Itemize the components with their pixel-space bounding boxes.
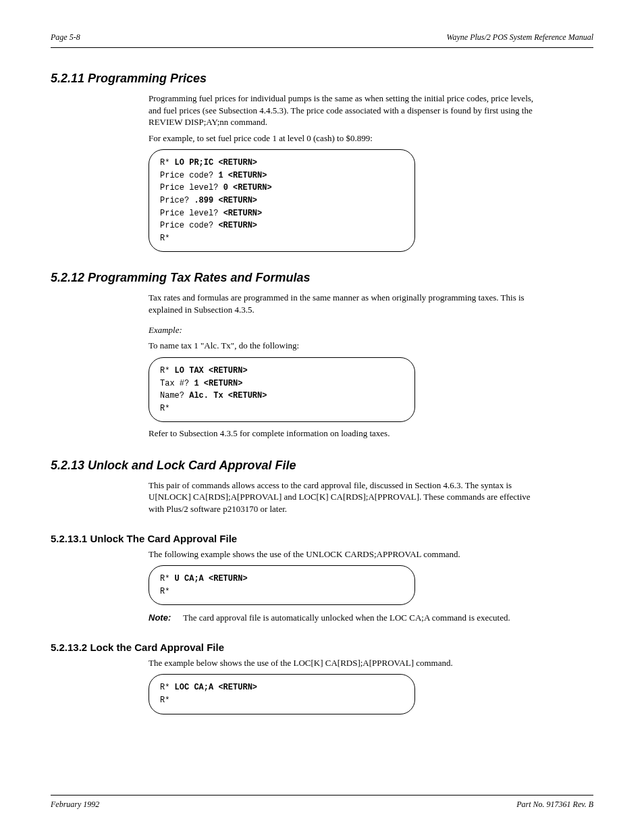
- term-input: 1 <RETURN>: [218, 171, 267, 180]
- section3-para1: This pair of commands allows access to t…: [149, 479, 547, 515]
- term-line: Tax #?: [160, 379, 194, 388]
- term-input: U CA;A <RETURN>: [175, 574, 248, 583]
- term-line: R*: [160, 404, 169, 413]
- sub1-para: The following example shows the use of t…: [149, 548, 547, 561]
- section2-para1: Tax rates and formulas are programmed in…: [149, 292, 547, 315]
- section1-para1: Programming fuel prices for individual p…: [149, 93, 547, 128]
- term-input: .899 <RETURN>: [194, 196, 257, 205]
- term-input: 1 <RETURN>: [194, 379, 242, 388]
- term-input: <RETURN>: [223, 209, 263, 218]
- footer-date: February 1992: [51, 800, 99, 810]
- note-text: The card approval file is automatically …: [183, 612, 510, 624]
- header-page-number: Page 5-8: [51, 32, 80, 43]
- subsection-heading-lock: 5.2.13.2 Lock the Card Approval File: [51, 642, 593, 653]
- note-label: Note:: [149, 612, 171, 624]
- term-line: R*: [160, 158, 175, 167]
- section-heading-cards: 5.2.13 Unlock and Lock Card Approval Fil…: [51, 459, 593, 473]
- header-rule: [51, 47, 593, 48]
- sub2-para: The example below shows the use of the L…: [149, 657, 547, 669]
- section1-para2: For example, to set fuel price code 1 at…: [149, 132, 547, 145]
- footer-rule: [51, 795, 593, 796]
- term-line: Name?: [160, 391, 189, 400]
- term-line: Price?: [160, 196, 194, 205]
- terminal-block-lock: R* LOC CA;A <RETURN> R*: [149, 674, 415, 714]
- term-input: <RETURN>: [218, 221, 257, 230]
- header-manual-title: Wayne Plus/2 POS System Reference Manual: [447, 32, 593, 43]
- term-line: Price code?: [160, 221, 218, 230]
- term-input: LO PR;IC <RETURN>: [175, 158, 257, 167]
- term-input: Alc. Tx <RETURN>: [189, 391, 267, 400]
- section-heading-taxes: 5.2.12 Programming Tax Rates and Formula…: [51, 271, 593, 285]
- note-block: Note: The card approval file is automati…: [149, 612, 547, 624]
- term-line: Price code?: [160, 171, 218, 180]
- term-input: LOC CA;A <RETURN>: [175, 683, 257, 692]
- footer-row: February 1992 Part No. 917361 Rev. B: [51, 800, 593, 810]
- section2-para3: Refer to Subsection 4.3.5 for complete i…: [149, 427, 547, 440]
- terminal-block-unlock: R* U CA;A <RETURN> R*: [149, 565, 415, 605]
- term-line: R*: [160, 234, 169, 243]
- term-line: R*: [160, 683, 175, 692]
- term-line: R*: [160, 587, 169, 596]
- term-line: Price level?: [160, 183, 223, 192]
- terminal-block-pricing: R* LO PR;IC <RETURN> Price code? 1 <RETU…: [149, 149, 415, 252]
- subsection-heading-unlock: 5.2.13.1 Unlock The Card Approval File: [51, 533, 593, 544]
- term-line: R*: [160, 366, 175, 375]
- term-input: 0 <RETURN>: [223, 183, 272, 192]
- page: Page 5-8 Wayne Plus/2 POS System Referen…: [0, 0, 644, 834]
- term-line: R*: [160, 574, 175, 583]
- term-line: R*: [160, 696, 169, 705]
- example-label: Example:: [149, 325, 593, 336]
- page-header: Page 5-8 Wayne Plus/2 POS System Referen…: [51, 32, 593, 53]
- term-input: LO TAX <RETURN>: [175, 366, 248, 375]
- page-footer: February 1992 Part No. 917361 Rev. B: [51, 795, 593, 810]
- terminal-block-taxes: R* LO TAX <RETURN> Tax #? 1 <RETURN> Nam…: [149, 357, 415, 422]
- section-heading-pricing: 5.2.11 Programming Prices: [51, 72, 593, 86]
- section2-para2: To name tax 1 "Alc. Tx", do the followin…: [149, 340, 547, 352]
- footer-part: Part No. 917361 Rev. B: [516, 800, 593, 810]
- term-line: Price level?: [160, 209, 223, 218]
